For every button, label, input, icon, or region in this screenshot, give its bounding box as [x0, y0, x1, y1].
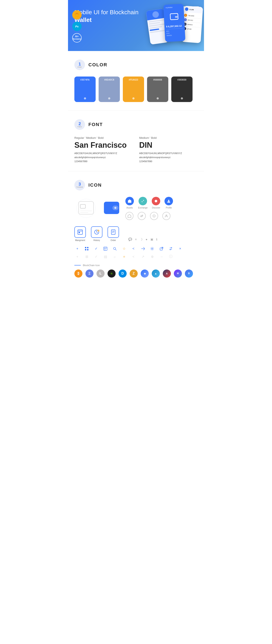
- icon-assets: Assets: [126, 197, 134, 209]
- icon-section: 3 THREE ICON: [68, 171, 204, 286]
- ark-coin: A: [163, 270, 171, 278]
- assets-icon: [126, 197, 134, 205]
- table-gray-icon: ▤: [102, 254, 108, 260]
- screens-badge: 60+Screens: [72, 33, 82, 42]
- font-section-header: 2 TWO FONT: [74, 119, 198, 130]
- share-icon: [140, 246, 146, 252]
- circle-icon: ●: [146, 238, 147, 241]
- color-number-badge: 1 ONE: [74, 60, 85, 70]
- font-din: Medium ' Bold DIN ABCDEFGHIJKLMNOPQRSTUV…: [139, 136, 198, 162]
- icon-section-header: 3 THREE ICON: [74, 180, 198, 190]
- icon-title: ICON: [88, 182, 102, 188]
- discover-outline-icon: [150, 212, 158, 220]
- swap-icon: [168, 246, 174, 252]
- exchange-icon: [138, 197, 147, 205]
- stratis-coin: ▲: [152, 270, 160, 278]
- check-icon: ✓: [93, 246, 99, 252]
- svg-point-9: [114, 207, 116, 209]
- management-icon-item: Mangment: [74, 226, 86, 242]
- history-icon: [91, 226, 102, 238]
- phone-mockups: myWallet $ 6,297,502.12 BTC ETH WAVES 12…: [148, 4, 202, 42]
- search-gray-icon: ⌕: [112, 254, 118, 260]
- info-icon: ℹ: [156, 238, 157, 241]
- hero-title: Mobile UI for Blockchain Wallet: [74, 8, 146, 24]
- app-icons-row: Mangment History Order 💬 ≡ ☽ ● ▣ ℹ: [74, 226, 198, 242]
- check-gray-icon: ✓: [93, 254, 99, 260]
- moon-icon: ☽: [140, 238, 142, 242]
- blockchain-label: BlockChain Icon: [83, 264, 100, 266]
- settings-gray-icon: ⊕: [149, 254, 155, 260]
- svg-rect-19: [78, 232, 80, 233]
- font-section: 2 TWO FONT Regular ' Medium ' Bold San F…: [68, 110, 204, 171]
- font-grid: Regular ' Medium ' Bold San Francisco AB…: [74, 136, 198, 162]
- icon-number-badge: 3 THREE: [74, 180, 85, 190]
- svg-point-35: [114, 248, 116, 250]
- svg-marker-14: [128, 214, 131, 218]
- swatch-orange: #F5A623: [123, 76, 144, 102]
- icon-grid-svg: [74, 198, 98, 219]
- icon-wireframe-row: Assets Exchange Discover: [74, 197, 198, 220]
- blockchain-divider: BlockChain Icon: [74, 264, 198, 266]
- icon-discover: Discover: [152, 197, 160, 209]
- share-gray-icon: ↗: [140, 254, 146, 260]
- icon-construction-guide: [74, 198, 98, 219]
- swatch-gray: #666666: [147, 76, 168, 102]
- sketch-badge: [72, 10, 82, 20]
- message-icon: ▣: [150, 238, 153, 241]
- svg-rect-30: [85, 249, 86, 250]
- chat-icon: 💬: [128, 238, 132, 241]
- matic-coin: M: [174, 270, 182, 278]
- svg-point-12: [155, 200, 157, 202]
- close-icon: ×: [177, 246, 183, 252]
- chevron-left-icon: <: [130, 246, 136, 252]
- hero-section: Mobile UI for Blockchain Wallet UI Kit P…: [68, 0, 204, 51]
- svg-rect-4: [80, 204, 86, 208]
- svg-rect-32: [104, 247, 107, 250]
- plus-gray-icon: +: [74, 254, 80, 260]
- grid-gray-icon: ⊞: [84, 254, 90, 260]
- svg-point-16: [166, 215, 167, 216]
- arrow-right-gray-icon: →: [158, 254, 164, 260]
- assets-outline-icon: [126, 212, 134, 220]
- icon-nav-filled-row: Assets Exchange Discover: [126, 197, 173, 209]
- crypto-coins-row: ₿ Ξ Ł N D Z ◈ ▲ A M B: [74, 270, 198, 278]
- icon-nav-groups: Assets Exchange Discover: [126, 197, 173, 220]
- order-icon-item: Order: [108, 226, 119, 242]
- utility-icons-row1: 💬 ≡ ☽ ● ▣ ℹ: [128, 238, 157, 242]
- band-coin: B: [185, 270, 193, 278]
- color-swatches: #3574FA #8DA0C8 #F5A623 #666666 #303030: [74, 76, 198, 102]
- search-icon: [112, 246, 118, 252]
- small-icons-gray: + ⊞ ✓ ▤ ⌕ ★ < ↗ ⊕ → ⓘ: [74, 254, 198, 260]
- svg-rect-29: [87, 247, 88, 248]
- layers-icon: ≡: [135, 238, 137, 241]
- grid-icon: [84, 246, 90, 252]
- grid-network-coin: ◈: [141, 270, 149, 278]
- star-filled-icon: ★: [121, 254, 127, 260]
- settings-icon: [149, 246, 155, 252]
- icon-nav-outline-row: [126, 212, 173, 220]
- litecoin-coin: Ł: [96, 270, 104, 278]
- plus-icon: +: [74, 246, 80, 252]
- history-icon-item: History: [91, 226, 102, 242]
- external-link-icon: [158, 246, 164, 252]
- dash-coin: D: [118, 270, 127, 278]
- bitcoin-coin: ₿: [74, 270, 82, 278]
- utility-icons-group: 💬 ≡ ☽ ● ▣ ℹ: [128, 238, 157, 242]
- svg-rect-31: [87, 249, 88, 250]
- chevron-left-gray-icon: <: [130, 254, 136, 260]
- ethereum-coin: Ξ: [86, 270, 94, 278]
- svg-point-13: [168, 200, 169, 201]
- svg-marker-11: [128, 199, 131, 203]
- svg-point-38: [152, 248, 153, 249]
- svg-point-15: [153, 215, 155, 217]
- svg-line-36: [116, 249, 116, 250]
- icon-exchange: Exchange: [138, 197, 148, 209]
- profile-icon: [164, 197, 173, 205]
- icon-wallet-solid: [102, 199, 121, 218]
- color-section-header: 1 ONE COLOR: [74, 60, 198, 70]
- swatch-gray-blue: #8DA0C8: [98, 76, 120, 102]
- zcash-coin: Z: [130, 270, 138, 278]
- font-number-badge: 2 TWO: [74, 119, 85, 130]
- font-title: FONT: [88, 122, 103, 127]
- color-title: COLOR: [88, 62, 107, 68]
